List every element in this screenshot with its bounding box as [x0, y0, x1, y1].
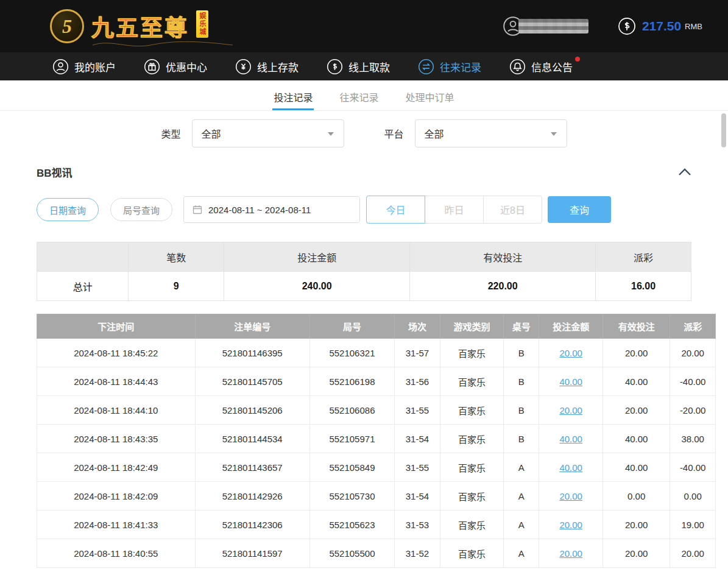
collapse-section-button[interactable]	[678, 168, 691, 176]
filter-group-type: 类型 全部	[161, 119, 344, 147]
cell-valid_bet: 20.00	[603, 511, 670, 539]
type-select[interactable]: 全部	[192, 119, 344, 147]
section-title: BB视讯	[37, 164, 72, 180]
bet-amount-link[interactable]: 20.00	[559, 520, 582, 530]
cell-session: 31-54	[395, 482, 440, 511]
summary-header-row: 笔数 投注金额 有效投注 派彩	[37, 242, 691, 272]
tab-bar: 投注记录 往来记录 处理中订单	[0, 80, 728, 111]
date-range-value: 2024-08-11 ~ 2024-08-11	[208, 205, 311, 215]
tab-processing-orders[interactable]: 处理中订单	[405, 80, 456, 110]
header-order-no: 注单编号	[195, 314, 309, 339]
summary-total-label: 总计	[37, 272, 129, 301]
user-circle-icon	[52, 58, 69, 75]
filter-group-platform: 平台 全部	[384, 119, 567, 147]
username-censored	[518, 19, 588, 34]
type-select-value: 全部	[202, 126, 221, 141]
search-button[interactable]: 查询	[548, 196, 611, 223]
bell-circle-icon	[509, 58, 526, 75]
cell-round_no: 552106198	[309, 367, 394, 396]
bet-amount-link[interactable]: 20.00	[559, 491, 582, 501]
last8days-button[interactable]: 近8日	[483, 196, 542, 224]
yesterday-button[interactable]: 昨日	[425, 196, 484, 224]
nav-item-withdraw[interactable]: 线上取款	[327, 58, 390, 75]
tab-betting-records[interactable]: 投注记录	[272, 80, 314, 110]
summary-payout-value: 16.00	[596, 272, 691, 301]
cell-valid_bet: 40.00	[603, 367, 670, 396]
caret-down-icon	[328, 132, 334, 136]
bet-amount-link[interactable]: 20.00	[559, 548, 582, 559]
nav-label: 我的账户	[74, 59, 116, 74]
bet-amount-link[interactable]: 20.00	[559, 405, 582, 415]
summary-bet-amount-value: 240.00	[224, 272, 410, 301]
table-row: 2024-08-11 18:41:33521801142306552105623…	[37, 511, 716, 539]
cell-payout: 38.00	[670, 425, 716, 453]
summary-header-valid-bet: 有效投注	[410, 242, 596, 272]
cell-table_no: A	[504, 511, 539, 539]
nav-label: 线上取款	[348, 59, 390, 74]
bet-amount-link[interactable]: 20.00	[559, 348, 582, 358]
bet-amount-link[interactable]: 40.00	[559, 462, 582, 473]
topbar-right: 217.50 RMB	[503, 16, 702, 37]
cell-table_no: A	[504, 453, 539, 482]
cell-game_type: 百家乐	[440, 396, 504, 425]
logo-flourish-icon	[93, 41, 233, 49]
round-query-button[interactable]: 局号查询	[110, 198, 172, 221]
today-button[interactable]: 今日	[366, 196, 425, 224]
cell-time: 2024-08-11 18:40:55	[37, 539, 196, 568]
cell-valid_bet: 40.00	[603, 453, 670, 482]
platform-select-value: 全部	[425, 126, 444, 141]
summary-header-bet-amount: 投注金额	[224, 242, 410, 272]
header-game-type: 游戏类别	[440, 314, 504, 339]
table-row: 2024-08-11 18:42:49521801143657552105849…	[37, 453, 716, 482]
nav-item-my-account[interactable]: 我的账户	[52, 58, 116, 75]
nav-label: 信息公告	[531, 59, 573, 74]
bet-amount-link[interactable]: 40.00	[559, 434, 582, 444]
table-row: 2024-08-11 18:45:22521801146395552106321…	[37, 339, 716, 367]
cell-game_type: 百家乐	[440, 482, 504, 511]
cell-payout: -20.00	[670, 396, 716, 425]
cell-bet_amount: 40.00	[539, 453, 603, 482]
cell-round_no: 552105623	[309, 511, 394, 539]
cell-payout: 20.00	[670, 539, 716, 568]
cell-round_no: 552106321	[309, 339, 394, 367]
cell-valid_bet: 40.00	[603, 425, 670, 453]
notification-dot	[575, 57, 580, 62]
cell-game_type: 百家乐	[440, 539, 504, 568]
cell-game_type: 百家乐	[440, 339, 504, 367]
tab-transaction-records[interactable]: 往来记录	[338, 80, 380, 110]
cell-payout: 20.00	[670, 339, 716, 367]
nav-item-promotions[interactable]: 优惠中心	[144, 58, 207, 75]
summary-header-count: 笔数	[129, 242, 224, 272]
date-query-button[interactable]: 日期查询	[37, 198, 99, 221]
transfer-circle-icon	[418, 58, 434, 75]
cell-session: 31-56	[395, 367, 440, 396]
cell-table_no: B	[504, 425, 539, 453]
bet-records-table: 下注时间 注单编号 局号 场次 游戏类别 桌号 投注金额 有效投注 派彩 202…	[37, 314, 716, 568]
nav-item-transaction-records[interactable]: 往来记录	[418, 58, 481, 75]
cell-bet_amount: 20.00	[539, 396, 603, 425]
cell-round_no: 552105971	[309, 425, 394, 453]
logo-text: 九五至尊	[91, 10, 189, 43]
nav-item-deposit[interactable]: 线上存款	[235, 58, 299, 75]
balance-coin-icon	[618, 17, 636, 35]
chevron-up-icon	[678, 168, 691, 176]
nav-item-announcements[interactable]: 信息公告	[509, 58, 573, 75]
top-bar: 5 九五至尊 娱乐城 217.50 RMB	[0, 0, 728, 52]
platform-select[interactable]: 全部	[415, 119, 567, 147]
logo-emblem-icon: 5	[50, 9, 84, 43]
bet-amount-link[interactable]: 40.00	[559, 376, 582, 387]
cell-order_no: 521801141597	[195, 539, 309, 568]
date-range-picker[interactable]: 2024-08-11 ~ 2024-08-11	[183, 196, 360, 223]
filter-bar: 类型 全部 平台 全部	[0, 119, 728, 147]
summary-table: 笔数 投注金额 有效投注 派彩 总计 9 240.00 220.00 16.00	[37, 242, 691, 301]
cell-bet_amount: 20.00	[539, 511, 603, 539]
site-logo[interactable]: 5 九五至尊 娱乐城	[50, 9, 208, 43]
cell-session: 31-57	[395, 339, 440, 367]
cell-table_no: B	[504, 396, 539, 425]
scrollbar-thumb[interactable]	[721, 113, 726, 147]
withdraw-circle-icon	[327, 58, 343, 75]
summary-header-payout: 派彩	[596, 242, 691, 272]
cell-table_no: B	[504, 367, 539, 396]
cell-time: 2024-08-11 18:41:33	[37, 511, 196, 539]
cell-time: 2024-08-11 18:44:10	[37, 396, 196, 425]
